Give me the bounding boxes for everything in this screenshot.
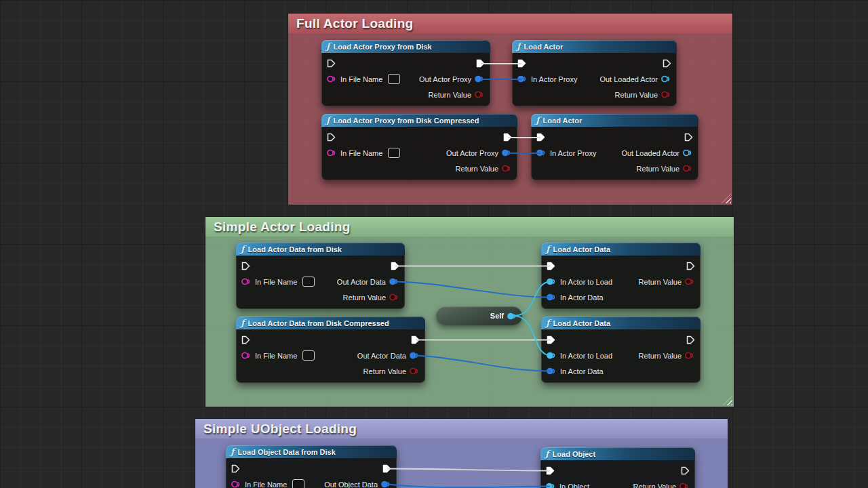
node-title: Load Actor — [524, 43, 564, 51]
out-loaded-actor-pin[interactable] — [683, 149, 693, 157]
return-value-pin[interactable] — [685, 278, 695, 285]
exec-out-pin[interactable] — [663, 59, 671, 68]
pin-label: Out Actor Data — [357, 352, 406, 360]
file-name-input[interactable] — [388, 74, 400, 84]
exec-out-pin[interactable] — [411, 336, 420, 344]
out-object-data-pin[interactable] — [381, 481, 391, 488]
pin-label: In File Name — [340, 149, 382, 157]
pin-label: Out Object Data — [324, 481, 378, 488]
return-value-pin[interactable] — [683, 165, 693, 172]
node-title: Load Actor Data — [553, 245, 611, 253]
in-object-pin[interactable] — [546, 483, 556, 488]
pin-label: Out Loaded Actor — [621, 149, 679, 157]
node-title: Load Object Data from Disk — [238, 448, 336, 456]
node-load-actor-data-from-disk-compressed[interactable]: ƒ Load Actor Data from Disk Compressed I… — [236, 317, 425, 383]
node-header[interactable]: ƒ Load Object — [540, 447, 695, 460]
out-actor-data-pin[interactable] — [410, 352, 420, 359]
in-actor-proxy-pin[interactable] — [517, 75, 528, 83]
return-value-pin[interactable] — [502, 165, 512, 172]
file-name-input[interactable] — [302, 350, 315, 361]
file-name-input[interactable] — [388, 148, 400, 158]
out-actor-proxy-pin[interactable] — [475, 75, 485, 83]
in-actor-data-pin[interactable] — [547, 367, 557, 375]
in-file-name-pin[interactable] — [327, 75, 337, 83]
return-value-pin[interactable] — [661, 91, 671, 98]
function-icon: ƒ — [546, 319, 550, 327]
pin-label: In Actor to Load — [560, 352, 612, 360]
function-icon: ƒ — [326, 116, 330, 125]
node-header[interactable]: ƒ Load Actor Data — [541, 317, 701, 329]
in-file-name-pin[interactable] — [327, 149, 337, 157]
node-header[interactable]: ƒ Load Actor Proxy from Disk — [321, 40, 490, 53]
pin-label: In Object — [559, 483, 589, 488]
pin-label: In File Name — [255, 352, 297, 360]
in-file-name-pin[interactable] — [241, 352, 252, 359]
in-file-name-pin[interactable] — [231, 481, 241, 488]
exec-in-pin[interactable] — [536, 133, 545, 142]
self-label: Self — [490, 312, 504, 320]
pin-label: Out Actor Data — [337, 278, 386, 286]
exec-out-pin[interactable] — [382, 464, 391, 473]
node-title: Load Actor Data from Disk Compressed — [248, 319, 389, 327]
pin-label: In File Name — [245, 481, 287, 488]
node-header[interactable]: ƒ Load Actor Data from Disk — [236, 243, 405, 256]
exec-in-pin[interactable] — [517, 59, 526, 68]
comment-header[interactable]: Simple UObject Loading — [195, 419, 728, 439]
self-out-pin[interactable] — [507, 312, 517, 320]
in-actor-proxy-pin[interactable] — [536, 149, 547, 157]
out-loaded-actor-pin[interactable] — [661, 75, 671, 83]
exec-out-pin[interactable] — [391, 262, 399, 270]
exec-in-pin[interactable] — [327, 133, 336, 142]
exec-out-pin[interactable] — [503, 133, 512, 142]
in-file-name-pin[interactable] — [241, 278, 252, 285]
node-load-actor-1[interactable]: ƒ Load Actor In Actor Proxy Out Loaded A… — [512, 40, 677, 106]
exec-out-pin[interactable] — [681, 466, 690, 475]
node-load-object[interactable]: ƒ Load Object In Object Return Value — [540, 447, 695, 488]
return-value-pin[interactable] — [389, 293, 399, 301]
node-header[interactable]: ƒ Load Object Data from Disk — [226, 445, 397, 458]
out-actor-proxy-pin[interactable] — [502, 149, 512, 157]
exec-in-pin[interactable] — [241, 336, 250, 344]
exec-out-pin[interactable] — [686, 262, 695, 270]
node-header[interactable]: ƒ Load Actor Data — [541, 243, 701, 256]
node-header[interactable]: ƒ Load Actor Proxy from Disk Compressed — [321, 114, 517, 127]
comment-title: Full Actor Loading — [296, 16, 414, 31]
comment-title: Simple UObject Loading — [203, 422, 357, 436]
node-header[interactable]: ƒ Load Actor — [531, 114, 698, 127]
pin-label: Return Value — [343, 293, 386, 302]
node-load-actor-data-2[interactable]: ƒ Load Actor Data In Actor to Load Retur… — [541, 317, 701, 383]
exec-in-pin[interactable] — [241, 262, 250, 270]
return-value-pin[interactable] — [475, 91, 485, 98]
exec-in-pin[interactable] — [547, 262, 555, 270]
function-icon: ƒ — [546, 245, 550, 253]
node-load-actor-2[interactable]: ƒ Load Actor In Actor Proxy Out Loaded A… — [531, 114, 698, 180]
node-load-actor-data-from-disk[interactable]: ƒ Load Actor Data from Disk In File Name… — [236, 243, 405, 309]
exec-out-pin[interactable] — [686, 336, 695, 344]
pin-label: Return Value — [639, 278, 682, 286]
return-value-pin[interactable] — [685, 352, 695, 359]
function-icon: ƒ — [326, 42, 330, 51]
node-load-actor-proxy-from-disk[interactable]: ƒ Load Actor Proxy from Disk In File Nam… — [321, 40, 490, 106]
node-header[interactable]: ƒ Load Actor — [512, 40, 677, 53]
node-header[interactable]: ƒ Load Actor Data from Disk Compressed — [236, 317, 425, 329]
file-name-input[interactable] — [292, 479, 304, 488]
in-actor-to-load-pin[interactable] — [547, 352, 557, 359]
return-value-pin[interactable] — [679, 483, 690, 488]
comment-header[interactable]: Full Actor Loading — [288, 14, 732, 33]
exec-out-pin[interactable] — [684, 133, 693, 142]
node-load-actor-proxy-from-disk-compressed[interactable]: ƒ Load Actor Proxy from Disk Compressed … — [321, 114, 517, 180]
node-self[interactable]: Self — [436, 306, 522, 325]
in-actor-data-pin[interactable] — [547, 293, 557, 301]
exec-in-pin[interactable] — [546, 466, 555, 475]
exec-in-pin[interactable] — [231, 464, 240, 473]
file-name-input[interactable] — [302, 277, 315, 287]
comment-header[interactable]: Simple Actor Loading — [205, 217, 734, 237]
exec-out-pin[interactable] — [476, 59, 485, 68]
out-actor-data-pin[interactable] — [389, 278, 399, 285]
exec-in-pin[interactable] — [327, 59, 336, 68]
exec-in-pin[interactable] — [547, 336, 555, 344]
node-load-actor-data-1[interactable]: ƒ Load Actor Data In Actor to Load Retur… — [541, 243, 701, 309]
in-actor-to-load-pin[interactable] — [547, 278, 557, 285]
node-load-object-data-from-disk[interactable]: ƒ Load Object Data from Disk In File Nam… — [226, 445, 397, 488]
return-value-pin[interactable] — [410, 367, 420, 375]
